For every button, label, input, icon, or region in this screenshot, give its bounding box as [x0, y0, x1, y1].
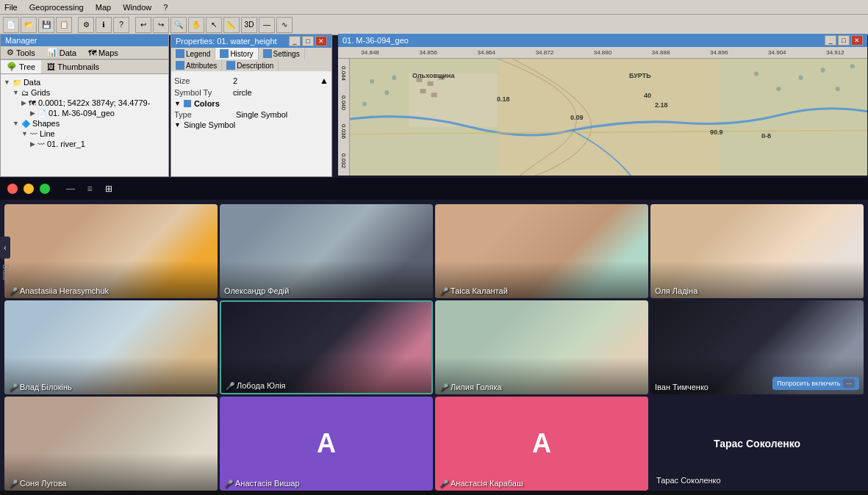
toolbar-btn-5[interactable]: ⚙ [78, 17, 94, 33]
node-shapes-label: Shapes [32, 119, 60, 128]
expand-map-file[interactable]: ▶ [30, 109, 35, 117]
tree-node-river[interactable]: ▶ 〰 01. river_1 [4, 139, 165, 149]
svg-point-12 [836, 87, 840, 91]
toolbar-btn-1[interactable]: 📄 [3, 17, 19, 33]
manager-subtabs: 🌳 Tree 🖼 Thumbnails [1, 59, 168, 74]
ruler-left-1: 0.044 [340, 66, 347, 81]
manager-subtab-thumbnails[interactable]: 🖼 Thumbnails [41, 60, 105, 73]
toolbar-measure[interactable]: 📐 [223, 17, 240, 33]
tree-node-map-file[interactable]: ▶ 📄 01. M-36-094_geo [4, 108, 165, 118]
map-image[interactable]: Ольховщина БУРТЬ 0.18 0.09 40 2.18 90.9 … [350, 59, 867, 176]
settings-tab-label: Settings [273, 50, 300, 58]
ask-enable-btn[interactable]: Попросить включить ··· [772, 377, 859, 390]
participant-name-sonia: 🎤 Соня Лугова [9, 479, 67, 488]
toolbar-btn-extra2[interactable]: ∿ [276, 17, 293, 33]
manager-tree: ▼ 📁 Data ▼ 🗂 Grids ▶ 🗺 0.0001; 5422x 387… [1, 74, 168, 152]
participant-name-taras-bottom: Тарас Соколенко [656, 476, 721, 485]
expand-grids[interactable]: ▼ [12, 89, 19, 96]
window-maximize-btn[interactable] [40, 184, 50, 194]
layout-btn-double[interactable]: ≡ [82, 181, 97, 196]
line-icon: 〰 [30, 130, 37, 138]
manager-tab-tools[interactable]: ⚙ Tools [1, 46, 41, 59]
toolbar-select[interactable]: ↖ [206, 17, 222, 33]
layout-btn-grid[interactable]: ⊞ [101, 181, 116, 196]
map-close-btn[interactable]: ✕ [851, 35, 863, 46]
colors-expand-icon[interactable]: ▼ [174, 100, 181, 107]
shapes-icon: 🔷 [21, 120, 30, 128]
expand-grid1[interactable]: ▶ [21, 99, 26, 106]
video-cell-loboda: 🎤 Лобода Юлія [220, 300, 433, 394]
colors-section: ▼ Colors [174, 98, 329, 109]
toolbar-btn-3[interactable]: 💾 [38, 17, 54, 33]
map-canvas: 34.848 34.856 34.864 34.872 34.880 34.88… [338, 47, 867, 176]
terrain-label-009: 0.09 [570, 114, 584, 121]
toolbar-btn-4[interactable]: 📋 [56, 17, 72, 33]
menu-file[interactable]: File [4, 3, 18, 12]
expand-shapes[interactable]: ▼ [12, 120, 19, 127]
svg-point-7 [392, 76, 396, 80]
svg-point-4 [370, 79, 374, 84]
toolbar-btn-8[interactable]: ↩ [135, 17, 151, 33]
tree-node-grid1[interactable]: ▶ 🗺 0.0001; 5422x 3874y; 34.4779- [4, 98, 165, 108]
tree-node-shapes[interactable]: ▼ 🔷 Shapes [4, 118, 165, 129]
data-side-label: Data [1, 264, 10, 280]
collapse-left-arrow[interactable]: ‹ [0, 236, 10, 259]
toolbar-btn-extra[interactable]: — [259, 17, 275, 33]
toolbar-btn-2[interactable]: 📂 [21, 17, 37, 33]
tree-node-data[interactable]: ▼ 📁 Data [4, 77, 165, 87]
expand-river[interactable]: ▶ [30, 140, 35, 148]
video-cell-oleksandr: Олександр Федій [220, 204, 433, 298]
more-options-icon[interactable]: ··· [843, 379, 855, 388]
toolbar-zoom[interactable]: 🔍 [171, 17, 187, 33]
map-restore-btn[interactable]: □ [838, 35, 850, 46]
manager-tab-data[interactable]: 📊 Data [41, 46, 82, 59]
video-cell-vlad: 🎤 Влад Білокінь [4, 300, 218, 394]
window-minimize-btn[interactable] [24, 184, 34, 194]
prop-tab-history[interactable]: History [215, 48, 258, 59]
tree-node-grids[interactable]: ▼ 🗂 Grids [4, 87, 165, 98]
prop-close-btn[interactable]: ✕ [315, 36, 327, 46]
tree-node-line[interactable]: ▼ 〰 Line [4, 129, 165, 139]
prop-tab-legend[interactable]: Legend [171, 48, 215, 59]
svg-point-9 [776, 87, 781, 91]
terrain-label-40: 40 [644, 92, 651, 99]
single-symbol-label: Single Symbol [184, 120, 235, 129]
participant-name-ivan: Іван Тимченко [655, 383, 709, 391]
terrain-label-olvh: Ольховщина [412, 72, 455, 79]
menu-geoprocessing[interactable]: Geoprocessing [29, 3, 84, 12]
participant-name-anastasiia: 🎤 Anastasiia Herasymchuk [9, 286, 109, 295]
prop-tab-description[interactable]: Description [222, 59, 279, 71]
manager-tab-maps[interactable]: 🗺 Maps [82, 46, 124, 59]
participant-name-vlad: 🎤 Влад Білокінь [9, 383, 72, 391]
toolbar-3d[interactable]: 3D [241, 17, 257, 33]
video-cell-olya: Оля Ладіна [650, 204, 864, 298]
attributes-tab-icon [176, 61, 184, 70]
video-top-bar: — ≡ ⊞ [0, 178, 868, 200]
menu-window[interactable]: Window [123, 3, 151, 12]
prop-tab-settings[interactable]: Settings [259, 48, 305, 59]
ruler-34872: 34.872 [515, 49, 573, 56]
bottom-resize-handle[interactable] [0, 491, 868, 495]
menu-help[interactable]: ? [163, 3, 168, 12]
toolbar-btn-7[interactable]: ? [113, 17, 129, 33]
toolbar-pan[interactable]: ✋ [188, 17, 204, 33]
tools-icon: ⚙ [7, 48, 14, 57]
toolbar-btn-9[interactable]: ↪ [153, 17, 169, 33]
symbol-type-row: Symbol Ty circle [174, 87, 329, 98]
mic-muted-icon-anastasia-k: 🎤 [440, 480, 448, 488]
size-label: Size [174, 76, 233, 85]
map-file-icon: 📄 [37, 109, 46, 118]
window-close-btn[interactable] [7, 184, 18, 194]
layout-btn-single[interactable]: — [63, 181, 78, 196]
prop-minimize-btn[interactable]: _ [289, 36, 301, 46]
menu-map[interactable]: Map [96, 3, 111, 12]
map-minimize-btn[interactable]: _ [825, 35, 836, 46]
toolbar-btn-6[interactable]: ℹ [96, 17, 112, 33]
prop-maximize-btn[interactable]: □ [302, 36, 314, 46]
single-symbol-expand[interactable]: ▼ [174, 121, 181, 129]
expand-line[interactable]: ▼ [21, 130, 28, 137]
expand-data[interactable]: ▼ [4, 79, 10, 86]
manager-subtab-tree[interactable]: 🌳 Tree [1, 60, 41, 73]
collapse-prop-icon[interactable]: ▲ [320, 76, 329, 86]
prop-tab-attributes[interactable]: Attributes [171, 59, 222, 71]
